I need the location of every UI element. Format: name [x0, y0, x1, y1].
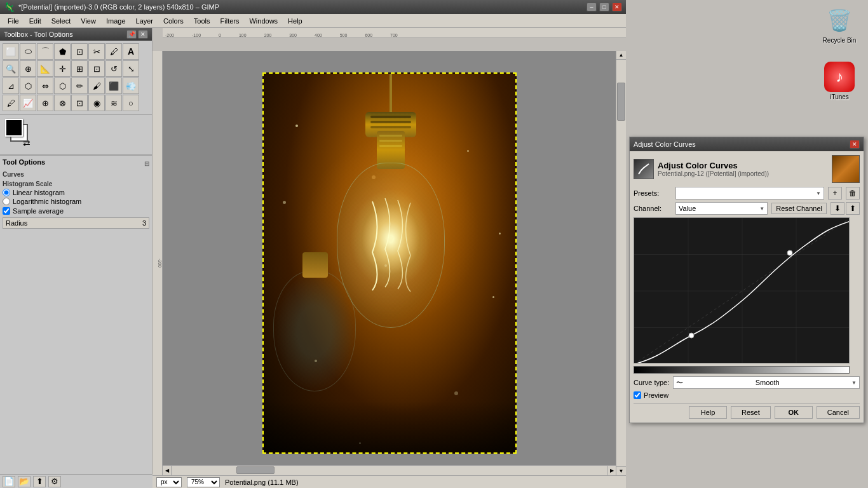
presets-dropdown[interactable]: ▼ [675, 187, 824, 200]
curve-type-row: Curve type: 〜 Smooth ▼ [634, 376, 860, 389]
tool-options-collapse[interactable]: ⊟ [144, 160, 149, 167]
tool-paths[interactable]: 🖊 [105, 43, 122, 60]
tool-zoom[interactable]: ⊕ [20, 60, 36, 77]
open-image-btn[interactable]: 📂 [18, 476, 31, 487]
preview-label-row[interactable]: Preview [634, 391, 668, 399]
cancel-button[interactable]: Cancel [817, 406, 860, 419]
scroll-down-btn[interactable]: ▼ [616, 466, 626, 475]
add-preset-btn[interactable]: + [828, 187, 842, 200]
tool-color-picker[interactable]: 🔍 [3, 60, 19, 77]
tool-pencil[interactable]: ✏ [71, 78, 88, 94]
tool-paintbrush[interactable]: 🖌 [88, 78, 105, 94]
linear-radio[interactable] [3, 189, 10, 196]
logarithmic-radio[interactable] [3, 198, 10, 205]
itunes-icon[interactable]: ♪ iTunes [824, 62, 855, 100]
tool-smudge[interactable]: ≋ [105, 95, 122, 111]
preview-checkbox[interactable] [634, 391, 641, 399]
menu-colors[interactable]: Colors [158, 16, 189, 26]
channel-arrow: ▼ [759, 206, 764, 212]
toolbox-pin[interactable]: 📌 [126, 30, 137, 39]
tool-perspective[interactable]: ⬡ [20, 78, 36, 94]
tool-rotate[interactable]: ↺ [105, 60, 122, 77]
ok-button[interactable]: OK [775, 406, 813, 419]
tool-perspective-clone[interactable]: ⊡ [71, 95, 88, 111]
tool-rect-select[interactable]: ⬜ [3, 43, 19, 60]
sample-average-checkbox[interactable] [3, 207, 10, 215]
menu-file[interactable]: File [3, 16, 24, 26]
reset-button[interactable]: Reset [731, 406, 771, 419]
tool-align[interactable]: ⊞ [71, 60, 88, 77]
tool-clone[interactable]: ⊕ [37, 95, 53, 111]
tool-fuzzy[interactable]: ⬟ [54, 43, 71, 60]
curves-dialog: Adjust Color Curves ✕ Adjust Color Curve… [629, 137, 864, 423]
scrollbar-vertical[interactable]: ▲ ▼ [616, 51, 626, 475]
tool-blur[interactable]: ◉ [88, 95, 105, 111]
scrollbar-horizontal[interactable]: ◀ ▶ [163, 465, 616, 475]
tool-move[interactable]: ✛ [54, 60, 71, 77]
settings-btn[interactable]: ⚙ [48, 476, 61, 487]
image-canvas[interactable] [262, 72, 517, 454]
fg-color-swatch[interactable] [5, 119, 23, 137]
scroll-thumb-h[interactable] [236, 466, 275, 474]
linear-radio-row[interactable]: Linear histogram [3, 189, 149, 196]
tool-paint-dynamics[interactable]: 📈 [20, 95, 36, 111]
scroll-up-btn[interactable]: ▲ [616, 51, 626, 60]
menu-tools[interactable]: Tools [189, 16, 215, 26]
menu-image[interactable]: Image [101, 16, 131, 26]
tool-ink[interactable]: 🖊 [3, 95, 19, 111]
maximize-button[interactable]: □ [599, 3, 609, 11]
tool-scale[interactable]: ⤡ [123, 60, 139, 77]
control-point-2[interactable] [787, 250, 792, 255]
recycle-bin-icon[interactable]: 🗑️ Recycle Bin [823, 5, 857, 44]
channel-value: Value [679, 205, 696, 212]
close-button[interactable]: ✕ [612, 3, 622, 11]
swap-colors[interactable]: ⇄ [23, 138, 31, 148]
tool-heal[interactable]: ⊗ [54, 95, 71, 111]
scroll-thumb-v[interactable] [617, 83, 625, 121]
curves-close-btn[interactable]: ✕ [850, 140, 860, 149]
control-point-1[interactable] [689, 333, 694, 338]
menu-layer[interactable]: Layer [131, 16, 159, 26]
tool-airbrush[interactable]: 💨 [123, 78, 139, 94]
tool-crop[interactable]: ⊡ [88, 60, 105, 77]
menu-view[interactable]: View [76, 16, 101, 26]
tool-shear[interactable]: ⊿ [3, 78, 19, 94]
tool-measure[interactable]: 📐 [37, 60, 53, 77]
minimize-button[interactable]: – [587, 3, 597, 11]
scroll-right-btn[interactable]: ▶ [607, 466, 616, 475]
tool-lasso[interactable]: ⌒ [37, 43, 53, 60]
unit-select[interactable]: px cm in [156, 477, 182, 487]
new-image-btn[interactable]: 📄 [3, 476, 15, 487]
tool-flip[interactable]: ⇔ [37, 78, 53, 94]
channel-dropdown[interactable]: Value ▼ [675, 202, 768, 215]
tool-scissors[interactable]: ✂ [88, 43, 105, 60]
menu-help[interactable]: Help [283, 16, 308, 26]
zoom-select[interactable]: 75% 25% 50% 100% 150% 200% [187, 477, 220, 487]
help-button[interactable]: Help [689, 406, 727, 419]
reset-channel-btn[interactable]: Reset Channel [771, 203, 827, 214]
dialog-buttons: Help Reset OK Cancel [634, 403, 860, 419]
export-curve-btn[interactable]: ⬇ [831, 202, 844, 215]
menu-filters[interactable]: Filters [215, 16, 245, 26]
sample-average-row[interactable]: Sample average [3, 207, 149, 215]
tool-ellipse-select[interactable]: ⬭ [20, 43, 36, 60]
curve-graph[interactable] [634, 217, 850, 363]
scroll-left-btn[interactable]: ◀ [163, 466, 172, 475]
tool-text[interactable]: A [123, 43, 139, 60]
curve-svg [634, 218, 850, 363]
curve-type-dropdown[interactable]: 〜 Smooth ▼ [673, 376, 860, 389]
menu-select[interactable]: Select [46, 16, 76, 26]
tool-dodge[interactable]: ○ [123, 95, 139, 111]
curve-path [634, 221, 850, 363]
tool-eraser[interactable]: ⬛ [105, 78, 122, 94]
logarithmic-radio-row[interactable]: Logarithmic histogram [3, 198, 149, 205]
import-curve-btn[interactable]: ⬆ [846, 202, 860, 215]
tool-by-color[interactable]: ⊡ [71, 43, 88, 60]
raise-layer-btn[interactable]: ⬆ [33, 476, 46, 487]
tool-cage[interactable]: ⬡ [54, 78, 71, 94]
menu-edit[interactable]: Edit [24, 16, 46, 26]
delete-preset-btn[interactable]: 🗑 [846, 187, 860, 200]
menu-windows[interactable]: Windows [244, 16, 283, 26]
toolbox-close[interactable]: ✕ [138, 30, 148, 39]
radius-slider-row[interactable]: Radius 3 [3, 217, 149, 229]
